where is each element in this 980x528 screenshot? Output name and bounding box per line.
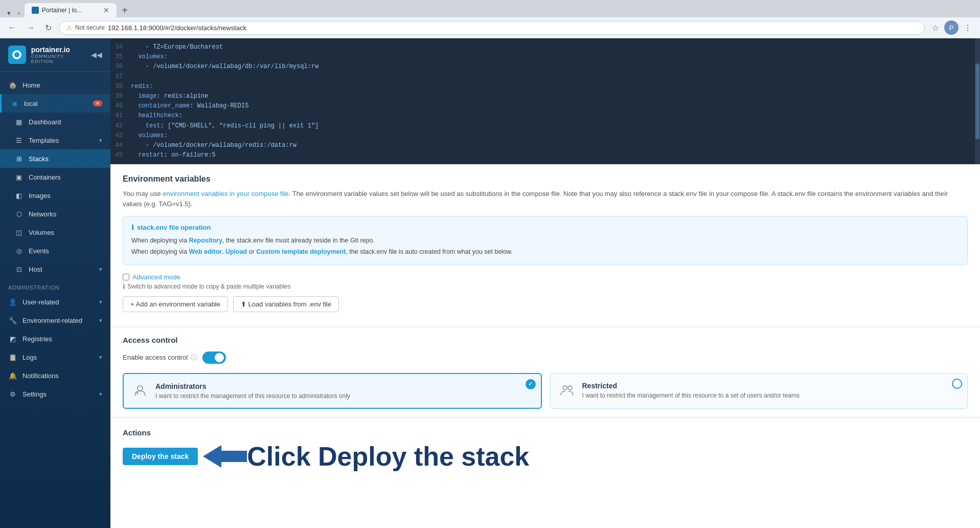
sidebar-label-containers: Containers [29,173,102,181]
prev-tab-btn[interactable]: ‹ [14,8,24,17]
click-annotation-text: Click Deploy the stack [247,443,529,470]
sidebar-item-templates[interactable]: ☰ Templates ▾ [0,131,110,149]
tab-list-btn[interactable]: ▾ [4,8,13,17]
code-line-34: 34 - TZ=Europe/Bucharest [110,42,980,52]
info-line1-post: , the stack.env file must already reside… [222,237,375,244]
reload-btn[interactable]: ↻ [42,21,55,35]
sidebar-label-networks: Networks [29,210,102,218]
code-line-41: 41 healthcheck: [110,111,980,121]
adv-info-icon: ℹ [123,283,125,290]
sidebar-item-containers[interactable]: ▣ Containers [0,168,110,186]
bookmark-btn[interactable]: ☆ [929,20,942,35]
svg-point-4 [563,386,567,390]
notifications-icon: 🔔 [8,371,17,380]
new-tab-btn[interactable]: + [118,3,132,17]
stacks-icon: ⊞ [14,154,24,163]
advanced-mode-sub: ℹ Switch to advanced mode to copy & past… [123,283,968,290]
sidebar-item-local[interactable]: ◉ local ✕ [0,94,110,113]
access-toggle-switch[interactable] [202,351,226,364]
info-box-title: ℹ stack.env file operation [131,224,959,231]
networks-icon: ⬡ [14,209,24,218]
sidebar-label-images: Images [29,192,102,200]
tab-close-btn[interactable]: ✕ [103,6,109,14]
sidebar-item-volumes[interactable]: ◫ Volumes [0,223,110,241]
sidebar-item-user-related[interactable]: 👤 User-related ▾ [0,293,110,311]
sidebar-item-images[interactable]: ◧ Images [0,186,110,205]
svg-point-5 [568,386,572,390]
access-toggle-label: Enable access control ⓘ [123,353,197,362]
info-upload-link[interactable]: Upload [225,248,247,255]
sidebar-label-registries: Registries [22,335,102,343]
sidebar-item-notifications[interactable]: 🔔 Notifications [0,366,110,385]
access-control-title: Access control [123,336,968,344]
editor-scrollbar[interactable] [975,38,980,164]
back-btn[interactable]: ← [5,21,19,34]
code-line-36: 36 - /volume1/docker/wallabag/db:/var/li… [110,62,980,72]
restricted-card-title: Restricted [582,382,800,390]
containers-icon: ▣ [14,172,24,182]
click-annotation: Click Deploy the stack [203,443,529,470]
add-env-variable-btn[interactable]: + Add an environment variable [123,296,228,312]
code-line-42: 42 test: ["CMD-SHELL", "redis-cli ping |… [110,121,980,131]
info-line2-post: , the stack.env file is auto created fro… [346,248,513,255]
sidebar-label-stacks: Stacks [29,155,102,163]
sidebar-label-env-related: Environment-related [22,317,94,324]
info-sep1: , [222,248,225,255]
tab-favicon [32,7,39,14]
access-card-admin[interactable]: Administrators I want to restrict the ma… [123,373,542,409]
load-env-file-btn[interactable]: ⬆ Load variables from .env file [233,296,339,312]
sidebar-item-events[interactable]: ◎ Events [0,241,110,260]
toggle-help-icon: ⓘ [191,353,197,362]
menu-btn[interactable]: ⋮ [961,20,975,35]
sidebar-item-host[interactable]: ⊡ Host ▾ [0,260,110,278]
events-icon: ◎ [14,246,24,255]
actions-title: Actions [123,428,968,437]
logo-sub-text: COMMUNITY EDITION [31,54,86,64]
code-line-38: 38redis: [110,82,980,92]
restricted-card-icon [559,382,575,398]
logo-main-text: portainer.io [31,46,86,54]
sidebar-item-dashboard[interactable]: ▦ Dashboard [0,113,110,131]
sidebar-label-settings: Settings [22,390,94,398]
forward-btn[interactable]: → [24,21,38,34]
advanced-mode-label[interactable]: Advanced mode [132,273,180,281]
code-editor: 34 - TZ=Europe/Bucharest35volumes:36 - /… [110,38,980,164]
env-desc-link[interactable]: environment variables in your compose fi… [163,190,288,197]
address-bar[interactable]: ⚠ Not secure 192.168.1.18:9000/#/2/docke… [59,21,925,35]
tab-bar: ▾ ‹ Portainer | lo... ✕ + [0,0,980,17]
code-line-37: 37 [110,72,980,82]
access-card-restricted[interactable]: Restricted I want to restrict the manage… [550,373,968,409]
sidebar-label-home: Home [22,81,102,89]
sidebar-item-settings[interactable]: ⚙ Settings ▾ [0,385,110,403]
registries-icon: ◩ [8,334,17,343]
sidebar-item-registries[interactable]: ◩ Registries [0,329,110,348]
active-tab[interactable]: Portainer | lo... ✕ [25,3,117,17]
env-desc-text: You may use [123,190,163,197]
profile-btn[interactable]: P [944,20,959,35]
code-line-39: 39 image: redis:alpine [110,92,980,101]
admin-section-label: Administration [0,278,110,293]
user-related-arrow-icon: ▾ [99,299,102,305]
svg-point-2 [138,386,143,391]
sidebar-item-env-related[interactable]: 🔧 Environment-related ▾ [0,311,110,329]
sidebar-label-host: Host [29,266,94,273]
sidebar-item-logs[interactable]: 📋 Logs ▾ [0,348,110,366]
advanced-mode-checkbox[interactable] [123,274,129,280]
host-arrow-icon: ▾ [99,266,102,273]
sidebar-label-local: local [24,100,88,107]
admin-card-icon [132,382,148,399]
deploy-stack-btn[interactable]: Deploy the stack [123,448,198,465]
sidebar-item-home[interactable]: 🏠 Home [0,76,110,94]
arrow-body [221,451,247,462]
sidebar-collapse-btn[interactable]: ◀◀ [91,51,102,59]
main-content: 34 - TZ=Europe/Bucharest35volumes:36 - /… [110,38,980,528]
info-title-text: stack.env file operation [137,224,211,231]
info-line1-link[interactable]: Repository [189,237,222,244]
info-custom-template-link[interactable]: Custom template deployment [256,248,346,255]
sidebar-item-networks[interactable]: ⬡ Networks [0,205,110,223]
security-label: Not secure [75,24,105,31]
sidebar-item-stacks[interactable]: ⊞ Stacks [0,149,110,168]
editor-scrollbar-thumb [975,63,979,139]
info-line2-pre: When deploying via [131,248,189,255]
info-web-editor-link[interactable]: Web editor [189,248,222,255]
